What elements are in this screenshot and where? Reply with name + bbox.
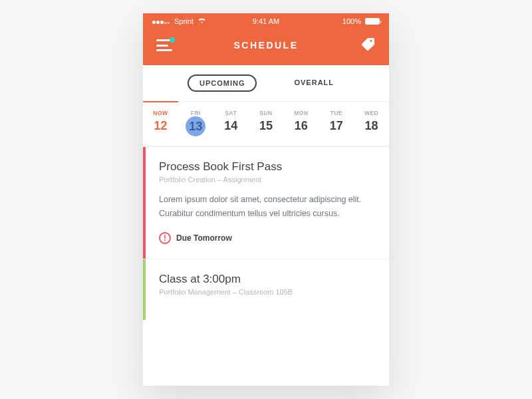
day-label: WED xyxy=(354,110,389,116)
day-label: NOW xyxy=(143,110,178,116)
tab-upcoming[interactable]: UPCOMING xyxy=(188,74,257,92)
due-text: Due Tomorrow xyxy=(176,233,232,243)
carrier-label: Sprint xyxy=(174,17,194,25)
due-row: ! Due Tomorrow xyxy=(159,232,374,244)
schedule-card[interactable]: Class at 3:00pm Portfolio Management – C… xyxy=(143,259,389,320)
day-item-fri[interactable]: FRI 13 xyxy=(178,102,213,146)
clock: 9:41 AM xyxy=(228,17,304,25)
day-number: 12 xyxy=(143,120,178,132)
day-label: TUE xyxy=(319,110,354,116)
card-accent-bar xyxy=(143,147,146,259)
day-label: SUN xyxy=(249,110,284,116)
card-title: Process Book First Pass xyxy=(159,160,374,174)
day-item-wed[interactable]: WED 18 xyxy=(354,102,389,146)
tab-overall[interactable]: OVERALL xyxy=(283,74,344,92)
nav-bar: SCHEDULE xyxy=(143,27,389,65)
day-item-now[interactable]: NOW 12 xyxy=(143,102,178,146)
day-indicator xyxy=(143,101,178,102)
card-accent-bar xyxy=(143,259,146,320)
day-strip: NOW 12 FRI 13 SAT 14 SUN 15 MON 16 TUE 1… xyxy=(143,102,389,146)
day-number: 17 xyxy=(319,120,354,132)
card-title: Class at 3:00pm xyxy=(159,273,374,286)
day-label: SAT xyxy=(213,110,249,116)
day-number: 15 xyxy=(249,120,284,132)
page-title: SCHEDULE xyxy=(233,40,298,51)
battery-icon xyxy=(365,18,380,25)
day-label: FRI xyxy=(178,110,213,116)
day-number: 18 xyxy=(354,120,389,132)
battery-label: 100% xyxy=(342,17,361,25)
tab-bar: UPCOMING OVERALL xyxy=(143,65,389,102)
card-subtitle: Portfolio Management – Classroom 105B xyxy=(159,288,374,296)
day-number: 16 xyxy=(283,120,319,132)
phone-frame: Sprint 9:41 AM 100% SCHEDULE UPCOMING OV… xyxy=(143,13,389,386)
day-number: 13 xyxy=(186,116,205,136)
day-number: 14 xyxy=(213,120,249,132)
tag-icon[interactable] xyxy=(360,36,376,55)
card-subtitle: Portfolio Creation – Assignment xyxy=(159,176,374,184)
wifi-icon xyxy=(198,17,206,25)
notification-dot-icon xyxy=(170,37,175,43)
day-item-sun[interactable]: SUN 15 xyxy=(249,102,284,146)
day-item-sat[interactable]: SAT 14 xyxy=(213,102,249,146)
day-label: MON xyxy=(283,110,319,116)
day-item-tue[interactable]: TUE 17 xyxy=(319,102,354,146)
alert-icon: ! xyxy=(159,232,171,244)
signal-dots-icon xyxy=(152,17,170,25)
schedule-card[interactable]: Process Book First Pass Portfolio Creati… xyxy=(143,146,389,259)
card-body: Lorem ipsum dolor sit amet, consectetur … xyxy=(159,193,374,221)
menu-button[interactable] xyxy=(156,39,172,51)
status-bar: Sprint 9:41 AM 100% xyxy=(143,13,389,27)
day-item-mon[interactable]: MON 16 xyxy=(283,102,319,146)
